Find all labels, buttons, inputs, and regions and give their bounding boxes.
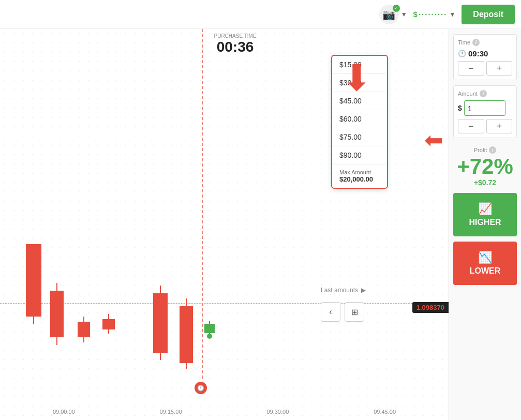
balance-value: $········· bbox=[413, 10, 448, 19]
purchase-time-sublabel: PURCHASE TIME bbox=[214, 33, 257, 39]
amount-input[interactable] bbox=[464, 100, 505, 116]
left-arrow-annotation: ⬅ bbox=[424, 129, 443, 152]
time-display: 09:30 bbox=[468, 49, 488, 58]
svg-rect-16 bbox=[180, 306, 193, 363]
deposit-button[interactable]: Deposit bbox=[462, 5, 515, 24]
balance-chevron-icon: ▼ bbox=[449, 11, 455, 18]
profit-info-icon[interactable]: i bbox=[489, 146, 496, 154]
amount-info-icon[interactable]: i bbox=[480, 90, 487, 97]
time-label: Time i bbox=[458, 39, 512, 46]
clock-icon: 🕐 bbox=[458, 50, 466, 57]
time-plus-button[interactable]: + bbox=[486, 61, 513, 76]
profit-section: Profit i +72% +$0.72 bbox=[453, 143, 517, 190]
down-arrow-annotation: ⬇ bbox=[341, 60, 372, 96]
chart-area: PURCHASE TIME 00:36 bbox=[0, 29, 449, 420]
time-info-icon[interactable]: i bbox=[472, 39, 480, 46]
amount-option-75[interactable]: $75.00 bbox=[332, 128, 387, 146]
higher-label: HIGHER bbox=[469, 218, 501, 227]
right-panel: Time i 🕐 09:30 − + Amount i $ − bbox=[449, 29, 521, 420]
camera-chevron-icon: ▼ bbox=[401, 11, 407, 18]
profit-label: Profit i bbox=[455, 146, 515, 154]
amount-stepper-row: − + bbox=[458, 119, 512, 133]
max-amount-label: Max Amount bbox=[339, 169, 371, 175]
amount-minus-button[interactable]: − bbox=[458, 119, 484, 133]
lower-label: LOWER bbox=[470, 266, 501, 276]
svg-rect-1 bbox=[26, 244, 41, 317]
top-bar: 📷 ✓ ▼ $········· ▼ Deposit bbox=[0, 0, 521, 29]
higher-icon: 📈 bbox=[478, 202, 492, 216]
max-amount-value: $20,000.00 bbox=[339, 175, 380, 183]
svg-rect-7 bbox=[78, 322, 90, 337]
x-axis-label-2: 09:15:00 bbox=[160, 409, 182, 415]
balance-area[interactable]: $········· ▼ bbox=[413, 10, 456, 19]
timer-circle: 🕐 bbox=[193, 381, 208, 395]
svg-rect-4 bbox=[50, 291, 64, 337]
time-stepper-row: − + bbox=[458, 61, 512, 76]
nav-buttons: ‹ ⊞ bbox=[321, 302, 364, 322]
amount-option-90[interactable]: $90.00 bbox=[332, 146, 387, 164]
last-amounts-arrow-icon: ▶ bbox=[361, 287, 366, 294]
svg-rect-10 bbox=[102, 319, 115, 329]
time-value: 🕐 09:30 bbox=[458, 49, 512, 58]
time-label-text: Time bbox=[458, 39, 470, 46]
camera-button[interactable]: 📷 ✓ ▼ bbox=[379, 5, 407, 24]
svg-rect-13 bbox=[153, 293, 168, 353]
purchase-time-label: PURCHASE TIME 00:36 bbox=[214, 33, 257, 55]
amount-option-60[interactable]: $60.00 bbox=[332, 110, 387, 128]
calculator-button[interactable]: ⊞ bbox=[345, 302, 364, 322]
dollar-sign: $ bbox=[458, 104, 462, 112]
amount-input-row: $ bbox=[458, 100, 512, 116]
purchase-time-value: 00:36 bbox=[214, 39, 257, 55]
lower-icon: 📉 bbox=[478, 251, 492, 264]
profit-percent: +72% bbox=[455, 155, 515, 178]
x-axis-label-1: 09:00:00 bbox=[53, 409, 75, 415]
last-amounts-row: Last amounts ▶ bbox=[321, 287, 366, 294]
price-highlight: 70 bbox=[437, 304, 444, 311]
price-tag: 1.098370 bbox=[412, 302, 449, 313]
amount-label: Amount i bbox=[458, 90, 512, 97]
higher-button[interactable]: 📈 HIGHER bbox=[453, 193, 517, 236]
x-axis-label-4: 09:45:00 bbox=[374, 409, 396, 415]
profit-label-text: Profit bbox=[474, 147, 487, 153]
amount-option-max[interactable]: Max Amount $20,000.00 bbox=[332, 164, 387, 188]
x-axis-label-3: 09:30:00 bbox=[266, 409, 289, 415]
svg-rect-19 bbox=[204, 324, 215, 333]
last-amounts-label: Last amounts bbox=[321, 287, 358, 294]
lower-button[interactable]: 📉 LOWER bbox=[453, 242, 517, 285]
amount-label-text: Amount bbox=[458, 91, 478, 97]
main-layout: PURCHASE TIME 00:36 bbox=[0, 29, 521, 420]
price-value: 1.0983 bbox=[416, 304, 437, 311]
x-axis: 09:00:00 09:15:00 09:30:00 09:45:00 bbox=[0, 409, 449, 415]
amount-plus-button[interactable]: + bbox=[486, 119, 513, 133]
back-button[interactable]: ‹ bbox=[321, 302, 340, 322]
amount-section: Amount i $ − + bbox=[453, 85, 517, 138]
check-badge: ✓ bbox=[393, 5, 400, 12]
time-minus-button[interactable]: − bbox=[458, 61, 484, 76]
time-section: Time i 🕐 09:30 − + bbox=[453, 34, 517, 80]
svg-point-21 bbox=[207, 334, 212, 339]
profit-amount: +$0.72 bbox=[455, 178, 515, 187]
